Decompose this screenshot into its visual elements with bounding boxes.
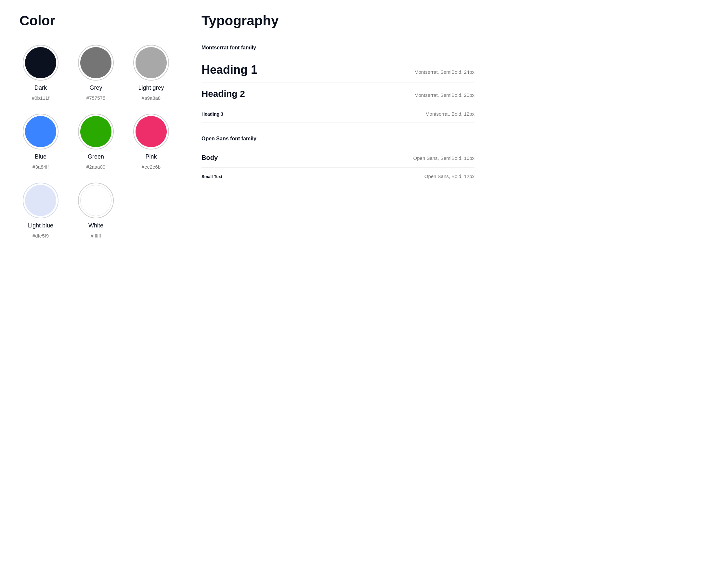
type-sample: Heading 1	[202, 63, 257, 77]
color-circle-wrapper	[78, 183, 114, 218]
color-section-title: Color	[20, 13, 176, 29]
type-row: Heading 2Montserrat, SemiBold, 20px	[202, 83, 474, 105]
color-circle-wrapper	[23, 45, 58, 81]
type-row: BodyOpen Sans, SemiBold, 16px	[202, 148, 474, 168]
color-circle-wrapper	[78, 114, 114, 150]
color-circle	[25, 47, 56, 78]
typography-content: Montserrat font familyHeading 1Montserra…	[202, 45, 474, 185]
typography-section: Typography Montserrat font familyHeading…	[202, 13, 474, 238]
color-circle	[25, 185, 56, 216]
color-item: Light blue#dfe5f9	[20, 183, 62, 238]
color-hex: #0b111f	[32, 95, 49, 101]
type-row: Small TextOpen Sans, Bold, 12px	[202, 168, 474, 185]
color-item: Pink#ee2e6b	[130, 114, 172, 169]
color-name: Light blue	[28, 222, 53, 229]
page-layout: Color Dark#0b111fGrey#757575Light grey#a…	[20, 13, 474, 238]
color-circle-wrapper	[133, 45, 169, 81]
color-section: Color Dark#0b111fGrey#757575Light grey#a…	[20, 13, 176, 238]
color-name: Dark	[34, 84, 47, 91]
color-circle-wrapper	[78, 45, 114, 81]
type-spec: Open Sans, Bold, 12px	[424, 174, 474, 179]
color-hex: #ee2e6b	[142, 164, 160, 169]
typography-section-title: Typography	[202, 13, 474, 29]
color-name: Pink	[145, 153, 157, 160]
color-circle	[80, 116, 111, 147]
color-circle-wrapper	[133, 114, 169, 150]
color-hex: #dfe5f9	[32, 233, 49, 238]
color-name: Blue	[35, 153, 47, 160]
color-circle	[80, 185, 111, 216]
color-item: Dark#0b111f	[20, 45, 62, 101]
color-circle-wrapper	[23, 114, 58, 150]
color-circle	[135, 47, 167, 78]
color-name: Green	[88, 153, 104, 160]
color-item: Green#2aaa00	[75, 114, 117, 169]
color-hex: #3a84ff	[32, 164, 49, 169]
color-name: White	[88, 222, 103, 229]
font-family-label: Open Sans font family	[202, 136, 474, 142]
color-item: White#ffffff	[75, 183, 117, 238]
color-item: Grey#757575	[75, 45, 117, 101]
type-sample: Small Text	[202, 174, 222, 179]
type-row: Heading 1Montserrat, SemiBold, 24px	[202, 57, 474, 83]
color-circle-wrapper	[23, 183, 58, 218]
color-circle	[80, 47, 111, 78]
type-spec: Montserrat, SemiBold, 20px	[414, 92, 474, 98]
color-hex: #2aaa00	[86, 164, 105, 169]
type-spec: Montserrat, SemiBold, 24px	[414, 69, 474, 75]
color-grid: Dark#0b111fGrey#757575Light grey#a9a8a8B…	[20, 45, 176, 238]
color-hex: #a9a8a8	[142, 95, 160, 101]
type-sample: Heading 2	[202, 89, 245, 99]
color-name: Grey	[89, 84, 102, 91]
color-hex: #757575	[86, 95, 105, 101]
type-row: Heading 3Montserrat, Bold, 12px	[202, 105, 474, 123]
color-circle	[25, 116, 56, 147]
color-hex: #ffffff	[91, 233, 101, 238]
color-circle	[135, 116, 167, 147]
type-spec: Montserrat, Bold, 12px	[425, 111, 474, 117]
type-sample: Body	[202, 154, 218, 161]
color-item: Blue#3a84ff	[20, 114, 62, 169]
color-name: Light grey	[138, 84, 164, 91]
font-family-label: Montserrat font family	[202, 45, 474, 51]
type-spec: Open Sans, SemiBold, 16px	[413, 155, 474, 161]
type-sample: Heading 3	[202, 111, 223, 117]
color-item: Light grey#a9a8a8	[130, 45, 172, 101]
